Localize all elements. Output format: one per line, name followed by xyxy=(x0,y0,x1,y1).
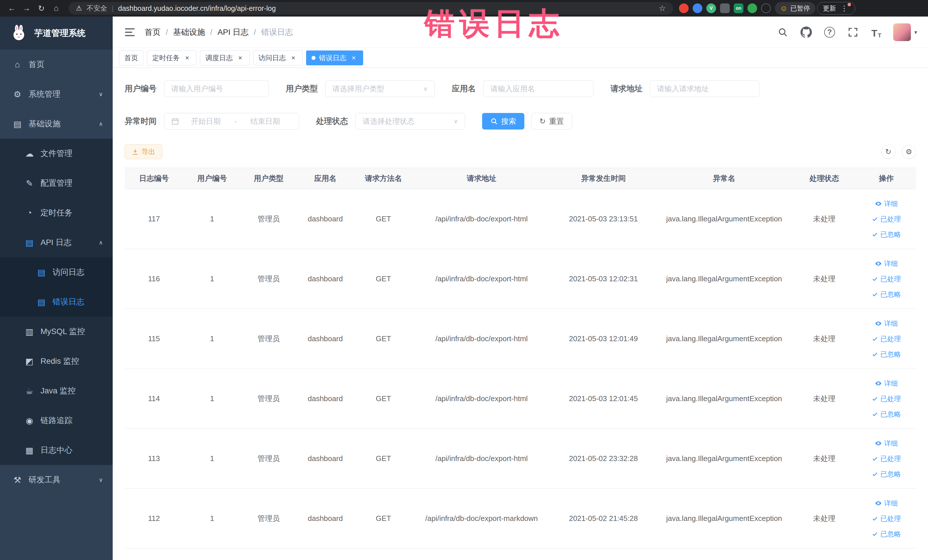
cell-exception: java.lang.IllegalArgumentException xyxy=(656,249,792,309)
infra-icon: ▤ xyxy=(12,119,23,129)
cell-id: 114 xyxy=(125,369,183,429)
cell-user-id: 1 xyxy=(183,489,241,549)
detail-link[interactable]: 详细 xyxy=(858,376,915,391)
sidebar-item-mysql-monitor[interactable]: ▥MySQL 监控 xyxy=(0,317,113,346)
sidebar-item-system-management[interactable]: ⚙系统管理∨ xyxy=(0,79,113,109)
search-button[interactable]: 搜索 xyxy=(482,113,524,130)
ignored-link[interactable]: 已忽略 xyxy=(858,526,915,542)
forward-icon[interactable]: → xyxy=(20,2,33,15)
vue-devtools-icon[interactable]: V xyxy=(706,3,716,13)
ignored-link[interactable]: 已忽略 xyxy=(858,227,915,242)
process-status-select[interactable]: 请选择处理状态 ∨ xyxy=(356,113,465,130)
ignored-link[interactable]: 已忽略 xyxy=(858,406,915,422)
sidebar-item-file-management[interactable]: ☁文件管理 xyxy=(0,139,113,168)
sidebar-item-dev-tools[interactable]: ⚒研发工具∨ xyxy=(0,465,113,495)
github-icon[interactable] xyxy=(800,26,813,39)
extension-icon[interactable] xyxy=(748,3,757,13)
bookmark-star-icon[interactable]: ☆ xyxy=(659,4,666,13)
fullscreen-icon[interactable] xyxy=(846,26,859,39)
detail-link[interactable]: 详细 xyxy=(858,496,915,511)
request-url-input[interactable]: 请输入请求地址 xyxy=(650,81,759,97)
search-icon[interactable] xyxy=(776,26,789,39)
ignored-link[interactable]: 已忽略 xyxy=(858,346,915,362)
logo[interactable]: 芋道管理系统 xyxy=(0,17,113,50)
export-button[interactable]: 导出 xyxy=(125,144,162,159)
processed-link[interactable]: 已处理 xyxy=(858,451,915,467)
breadcrumb-item[interactable]: 基础设施 xyxy=(173,27,205,38)
sidebar-item-trace[interactable]: ◉链路追踪 xyxy=(0,406,113,435)
font-size-icon[interactable]: TT xyxy=(870,26,883,39)
user-menu[interactable]: ▾ xyxy=(893,23,917,41)
refresh-button[interactable]: ↻ xyxy=(881,145,896,159)
breadcrumb-item[interactable]: 首页 xyxy=(145,27,160,38)
cell-method: GET xyxy=(354,189,412,249)
cell-time: 2021-05-02 21:45:28 xyxy=(550,489,656,549)
tab-home[interactable]: 首页 xyxy=(119,50,143,65)
processed-link[interactable]: 已处理 xyxy=(858,391,915,406)
processed-link[interactable]: 已处理 xyxy=(858,331,915,346)
sidebar-item-infrastructure[interactable]: ▤基础设施∧ xyxy=(0,109,113,139)
update-button[interactable]: 更新 ⋮ xyxy=(817,2,855,15)
address-bar[interactable]: ⚠ 不安全 | dashboard.yudao.iocoder.cn/infra… xyxy=(69,2,673,15)
extension-badge[interactable]: on xyxy=(734,3,743,13)
sidebar-item-api-log[interactable]: ▤API 日志∧ xyxy=(0,227,113,257)
profile-paused-badge[interactable]: ☺ 已暂停 xyxy=(775,2,815,15)
filter-process-status: 处理状态 请选择处理状态 ∨ xyxy=(316,113,465,130)
tab-access-log[interactable]: 访问日志× xyxy=(253,50,303,65)
sidebar-item-scheduled-jobs[interactable]: ◔定时任务 xyxy=(0,198,113,227)
user-type-select[interactable]: 请选择用户类型 ∨ xyxy=(325,81,435,97)
refresh-icon: ↻ xyxy=(539,117,546,125)
sidebar-item-home[interactable]: ⌂首页 xyxy=(0,50,113,79)
sidebar-item-error-log[interactable]: ▤错误日志 xyxy=(0,287,113,317)
kebab-menu-icon[interactable]: ⋮ xyxy=(839,4,849,13)
app-name-input[interactable]: 请输入应用名 xyxy=(483,81,594,97)
breadcrumb-item[interactable]: API 日志 xyxy=(218,27,249,38)
extension-icon[interactable] xyxy=(761,3,771,13)
column-header: 用户类型 xyxy=(241,168,296,189)
user-id-input[interactable]: 请输入用户编号 xyxy=(164,81,269,97)
column-settings-button[interactable]: ⚙ xyxy=(902,145,916,159)
extension-icon[interactable] xyxy=(679,3,688,13)
tab-error-log[interactable]: 错误日志× xyxy=(306,50,363,65)
active-dot xyxy=(311,56,316,60)
sidebar-item-java-monitor[interactable]: ☕Java 监控 xyxy=(0,376,113,406)
ignored-link[interactable]: 已忽略 xyxy=(858,287,915,302)
processed-link[interactable]: 已处理 xyxy=(858,511,915,526)
reload-icon[interactable]: ↻ xyxy=(35,2,48,15)
help-icon[interactable]: ? xyxy=(823,26,836,39)
back-icon[interactable]: ← xyxy=(5,2,18,15)
close-icon[interactable]: × xyxy=(289,54,297,62)
cell-status: 未处理 xyxy=(792,189,856,249)
extension-icon[interactable] xyxy=(693,3,702,13)
processed-link[interactable]: 已处理 xyxy=(858,211,915,227)
sidebar-item-access-log[interactable]: ▤访问日志 xyxy=(0,257,113,287)
breadcrumb-separator: / xyxy=(166,27,168,37)
detail-link[interactable]: 详细 xyxy=(858,316,915,331)
hamburger-icon[interactable] xyxy=(124,26,136,38)
sidebar-item-log-center[interactable]: ▦日志中心 xyxy=(0,435,113,465)
sidebar-item-redis-monitor[interactable]: ◩Redis 监控 xyxy=(0,346,113,376)
processed-link[interactable]: 已处理 xyxy=(858,271,915,287)
close-icon[interactable]: × xyxy=(236,54,244,62)
content: 用户编号 请输入用户编号 用户类型 请选择用户类型 ∨ 应用名 请输入应用名 xyxy=(113,68,928,560)
cell-url: /api/infra/db-doc/export-markdown xyxy=(413,489,551,549)
detail-link[interactable]: 详细 xyxy=(858,256,915,271)
close-icon[interactable]: × xyxy=(183,54,191,62)
close-icon[interactable]: × xyxy=(350,54,358,62)
home-icon[interactable]: ⌂ xyxy=(50,2,63,15)
tab-scheduled-jobs[interactable]: 定时任务× xyxy=(147,50,197,65)
breadcrumb: 首页/基础设施/API 日志/错误日志 xyxy=(145,27,293,38)
cell-time: 2021-05-03 12:01:49 xyxy=(550,309,656,369)
ignored-link[interactable]: 已忽略 xyxy=(858,467,915,482)
detail-link[interactable]: 详细 xyxy=(858,436,915,451)
reset-button[interactable]: ↻ 重置 xyxy=(531,113,572,130)
cell-user-type: 管理员 xyxy=(241,369,296,429)
cell-user-type: 管理员 xyxy=(241,309,296,369)
extension-icon[interactable] xyxy=(720,3,730,13)
detail-link[interactable]: 详细 xyxy=(858,196,915,211)
security-label: 不安全 xyxy=(87,4,107,13)
check-icon xyxy=(872,516,878,522)
exception-time-range[interactable]: 开始日期 - 结束日期 xyxy=(164,113,299,130)
tab-schedule-log[interactable]: 调度日志× xyxy=(200,50,250,65)
sidebar-item-config-management[interactable]: ✎配置管理 xyxy=(0,168,113,198)
